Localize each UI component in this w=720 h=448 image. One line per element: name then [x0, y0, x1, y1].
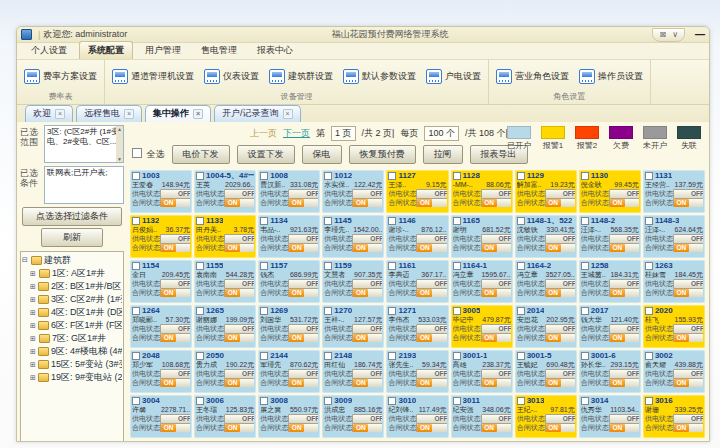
breaker-toggle[interactable]: ON — [288, 423, 318, 432]
next-page-link[interactable]: 下一页 — [283, 127, 310, 140]
supply-toggle[interactable]: OFF — [481, 234, 511, 243]
supply-toggle[interactable]: OFF — [481, 279, 511, 288]
breaker-toggle[interactable]: ON — [160, 333, 190, 342]
selected-cond-box[interactable]: 联网表;已开户表; — [44, 166, 124, 204]
meter-checkbox[interactable] — [324, 217, 332, 225]
breaker-toggle[interactable]: ON — [352, 288, 382, 297]
meter-checkbox[interactable] — [388, 397, 396, 405]
breaker-toggle[interactable]: ON — [352, 198, 382, 207]
breaker-toggle[interactable]: ON — [481, 243, 511, 252]
meter-checkbox[interactable] — [388, 217, 396, 225]
breaker-toggle[interactable]: ON — [224, 378, 254, 387]
supply-toggle[interactable]: OFF — [416, 414, 446, 423]
meter-checkbox[interactable] — [388, 307, 396, 315]
meter-checkbox[interactable] — [324, 352, 332, 360]
meter-checkbox[interactable] — [453, 262, 461, 270]
per-page-box[interactable]: 100 个 — [424, 126, 459, 141]
breaker-toggle[interactable]: ON — [288, 333, 318, 342]
supply-toggle[interactable]: OFF — [288, 234, 318, 243]
supply-toggle[interactable]: OFF — [160, 234, 190, 243]
meter-checkbox[interactable] — [324, 397, 332, 405]
supply-toggle[interactable]: OFF — [609, 414, 639, 423]
supply-toggle[interactable]: OFF — [288, 189, 318, 198]
breaker-toggle[interactable]: ON — [416, 333, 446, 342]
supply-toggle[interactable]: OFF — [609, 324, 639, 333]
meter-checkbox[interactable] — [517, 307, 525, 315]
supply-toggle[interactable]: OFF — [545, 234, 575, 243]
supply-toggle[interactable]: OFF — [224, 369, 254, 378]
supply-toggle[interactable]: OFF — [673, 234, 703, 243]
expand-icon[interactable]: ⊞ — [30, 269, 37, 279]
supply-toggle[interactable]: OFF — [160, 189, 190, 198]
meter-checkbox[interactable] — [132, 397, 140, 405]
meter-checkbox[interactable] — [517, 262, 525, 270]
meter-checkbox[interactable] — [260, 307, 268, 315]
meter-checkbox[interactable] — [645, 262, 653, 270]
filter-select-button[interactable]: 点选选择过滤条件 — [22, 207, 122, 226]
breaker-toggle[interactable]: ON — [224, 288, 254, 297]
supply-toggle[interactable]: OFF — [416, 279, 446, 288]
meter-checkbox[interactable] — [581, 397, 589, 405]
breaker-toggle[interactable]: ON — [545, 288, 575, 297]
tab-close-icon[interactable]: × — [55, 109, 65, 119]
refresh-button[interactable]: 刷新 — [41, 228, 103, 247]
breaker-toggle[interactable]: ON — [609, 378, 639, 387]
tab-close-icon[interactable]: × — [283, 109, 293, 119]
supply-toggle[interactable]: OFF — [481, 189, 511, 198]
breaker-toggle[interactable]: ON — [673, 198, 703, 207]
breaker-toggle[interactable]: ON — [545, 378, 575, 387]
breaker-toggle[interactable]: ON — [481, 378, 511, 387]
expand-icon[interactable]: ⊞ — [30, 282, 36, 292]
supply-toggle[interactable]: OFF — [673, 369, 703, 378]
tab-close-icon[interactable]: × — [193, 109, 203, 119]
meter-checkbox[interactable] — [132, 217, 140, 225]
tab-远程售电[interactable]: 远程售电× — [76, 105, 142, 122]
supply-toggle[interactable]: OFF — [673, 324, 703, 333]
tree-item[interactable]: ⊞19区: 9#变电站 (2#... — [22, 371, 122, 384]
tab-集中操作[interactable]: 集中操作× — [145, 105, 211, 122]
prev-page-link[interactable]: 上一页 — [250, 127, 277, 140]
meter-checkbox[interactable] — [260, 172, 268, 180]
breaker-toggle[interactable]: ON — [481, 288, 511, 297]
supply-toggle[interactable]: OFF — [288, 324, 318, 333]
expand-icon[interactable]: ⊞ — [30, 360, 36, 370]
meter-checkbox[interactable] — [260, 217, 268, 225]
meter-checkbox[interactable] — [196, 397, 204, 405]
supply-toggle[interactable]: OFF — [609, 189, 639, 198]
page-number-box[interactable]: 1 页 — [331, 126, 356, 141]
supply-toggle[interactable]: OFF — [352, 234, 382, 243]
select-all-checkbox[interactable]: 全选 — [132, 148, 165, 161]
ribbon-button[interactable]: 仪表设置 — [201, 67, 262, 86]
meter-checkbox[interactable] — [645, 217, 653, 225]
tree-item[interactable]: ⊞7区: G区1#井 — [22, 332, 122, 345]
meter-checkbox[interactable] — [581, 172, 589, 180]
menu-item-报表中心[interactable]: 报表中心 — [249, 42, 301, 59]
meter-checkbox[interactable] — [581, 352, 589, 360]
breaker-toggle[interactable]: ON — [160, 243, 190, 252]
meter-checkbox[interactable] — [260, 262, 268, 270]
range-scrollbar[interactable]: ▲▼ — [116, 126, 123, 162]
breaker-toggle[interactable]: ON — [224, 423, 254, 432]
expand-icon[interactable]: ⊞ — [30, 334, 37, 344]
supply-toggle[interactable]: OFF — [545, 189, 575, 198]
meter-checkbox[interactable] — [517, 352, 525, 360]
supply-toggle[interactable]: OFF — [160, 279, 190, 288]
breaker-toggle[interactable]: ON — [416, 288, 446, 297]
toolbar-button-保电[interactable]: 保电 — [302, 145, 342, 164]
tree-item[interactable]: ⊞1区: A区1#井 — [22, 267, 122, 280]
supply-toggle[interactable]: OFF — [160, 369, 190, 378]
supply-toggle[interactable]: OFF — [352, 189, 382, 198]
chevron-down-icon[interactable]: ∨ — [672, 30, 678, 39]
supply-toggle[interactable]: OFF — [416, 234, 446, 243]
breaker-toggle[interactable]: ON — [288, 288, 318, 297]
breaker-toggle[interactable]: ON — [352, 423, 382, 432]
supply-toggle[interactable]: OFF — [288, 279, 318, 288]
supply-toggle[interactable]: OFF — [481, 324, 511, 333]
breaker-toggle[interactable]: ON — [609, 198, 639, 207]
supply-toggle[interactable]: OFF — [545, 279, 575, 288]
supply-toggle[interactable]: OFF — [416, 324, 446, 333]
expand-icon[interactable]: ⊞ — [30, 347, 36, 357]
meter-checkbox[interactable] — [388, 172, 396, 180]
meter-checkbox[interactable] — [196, 217, 204, 225]
ribbon-button[interactable]: 费率方案设置 — [21, 67, 100, 86]
